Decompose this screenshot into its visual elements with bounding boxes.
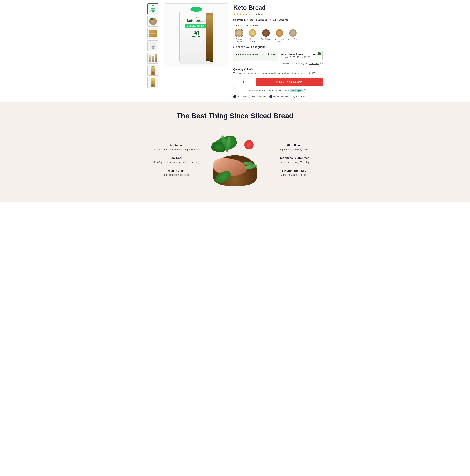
benefits-section: The Best Thing Since Sliced Bread 0g Sug…: [0, 102, 470, 203]
flavor-selector: SeededWheat GoldenWheat Dark Wheat Cinna…: [233, 29, 323, 42]
benefits-content: 0g Sugar No cane sugar, corn syrup, or s…: [151, 128, 319, 192]
guarantee-label-1: 30 Day Money Back Guarantee!: [237, 96, 266, 98]
guarantee-check-2: ✓: [269, 95, 272, 98]
benefit-lowcarb: Low Carb Up to 5g carbs per serving, and…: [151, 156, 201, 164]
flavor-circle-cinnamon[interactable]: [275, 29, 284, 37]
bag-carbs-value: 0g: [194, 30, 199, 35]
thumbnail-2[interactable]: [147, 16, 158, 27]
shipping-info: Your order will ship in full as soon as …: [233, 72, 323, 75]
bullet-dot-2: [270, 19, 271, 20]
bullet-sugar: Up To 2g Sugar: [250, 18, 269, 21]
frequency-selector: One-time Purchase $11.99 ✓ Subscribe and…: [233, 51, 323, 61]
product-bullets: 6g Protein Up To 2g Sugar 0g Net Carbs: [233, 18, 323, 21]
bag-flavor-label: SEEDED WHEAT: [185, 24, 208, 28]
flavor-circle-golden[interactable]: [248, 29, 257, 37]
freq-check-icon: ✓: [318, 52, 321, 55]
thumbnail-3[interactable]: [147, 28, 158, 39]
freq-one-time-price: $11.99: [268, 53, 275, 56]
thumbnail-list: ketobread SEEDEDWHEAT 0g net carbs: [147, 3, 159, 98]
freq-one-time-title: One-time Purchase: [236, 53, 258, 56]
bag-brand-name: keto bread: [187, 19, 206, 23]
quantity-label: Quantity (1 loaf): [233, 68, 323, 70]
benefit-freshness: Freshness Guaranteed Loaves baked every …: [269, 156, 319, 164]
benefit-fiber-title: High Fiber: [269, 144, 319, 147]
review-count[interactable]: 2155 reviews: [249, 13, 263, 16]
flavor-golden-wheat[interactable]: GoldenWheat: [247, 29, 258, 42]
bag-body: kiss my keto keto bread SEEDED WHEAT 0g …: [179, 11, 213, 64]
rating-row: ★★★★★ 2155 reviews: [233, 13, 323, 16]
flavor-swatch-dark: [262, 29, 270, 37]
afterpay-badge[interactable]: afterpay◇: [290, 89, 303, 92]
thumbnail-6[interactable]: ketobread: [147, 65, 158, 76]
benefit-fiber-desc: 0g net carbs in every slice: [269, 148, 319, 152]
flavor-dark-wheat[interactable]: Dark Wheat: [260, 29, 272, 42]
no-commitment-text: No commitment. Cancel Anytime. Learn Mor…: [233, 62, 323, 65]
quantity-increase-button[interactable]: +: [247, 78, 254, 86]
freq-subscribe-title: Subscribe and save: [281, 53, 303, 56]
flavor-seeded-wheat[interactable]: SeededWheat: [233, 29, 245, 42]
guarantee-label-2: Orders Dispatched Daily at 2pm PST: [273, 96, 306, 98]
product-title: Keto Bread: [233, 4, 323, 11]
cart-row: − 1 + $11.99 - Add To Cart: [233, 78, 323, 87]
benefit-fiber: High Fiber 0g net carbs in every slice: [269, 144, 319, 152]
benefit-sugar-desc: No cane sugar, corn syrup, or sugar alco…: [151, 148, 201, 152]
freq-subscribe-save: You save: $1.20 ( 10 % ) $11.99: [281, 56, 320, 58]
thumbnail-5[interactable]: [147, 52, 158, 64]
sandwich-image: [208, 128, 262, 192]
bullet-protein: 6g Protein: [233, 18, 246, 21]
benefit-shelf-life: 6 Month Shelf Life Just Freeze and Defro…: [269, 169, 319, 177]
guarantee-row: ✓ 30 Day Money Back Guarantee! ✓ Orders …: [233, 95, 323, 98]
flavor-circle-dark[interactable]: [262, 29, 270, 37]
bullet-carbs: 0g Net Carbs: [273, 18, 289, 21]
benefit-shelflife-title: 6 Month Shelf Life: [269, 169, 319, 172]
flavor-cinnamon-raisin[interactable]: CinnamonRaisin: [274, 29, 285, 42]
quantity-decrease-button[interactable]: −: [233, 78, 240, 86]
flavor-label-golden: GoldenWheat: [249, 38, 255, 42]
afterpay-row: or 4 interest-free payments of $3.00 wit…: [233, 89, 323, 92]
flavor-swatch-cinnamon: [276, 29, 283, 37]
benefit-lowcarb-desc: Up to 5g carbs per serving, and keto fri…: [151, 161, 201, 164]
flavor-label-seeded: SeededWheat: [236, 38, 242, 42]
thumbnail-4[interactable]: NutritionFacts─────CaloriesCarbsProtein: [147, 40, 158, 51]
flavor-label-cinnamon: CinnamonRaisin: [275, 38, 284, 42]
freq-subscribe[interactable]: ✓ Subscribe and save $10.79 You save: $1…: [278, 51, 323, 61]
benefit-protein: High Protein Up to 6g protein per slice.: [151, 169, 201, 177]
quantity-stepper: − 1 +: [233, 78, 254, 87]
freq-original-price: $11.99: [304, 56, 310, 58]
benefits-title: The Best Thing Since Sliced Bread: [7, 112, 463, 120]
flavor-label-variety: Variety Pack: [288, 38, 298, 40]
flavor-circle-seeded[interactable]: [235, 29, 243, 37]
benefit-freshness-title: Freshness Guaranteed: [269, 156, 319, 160]
bag-carbs-label: net carbs: [192, 35, 200, 37]
star-rating[interactable]: ★★★★★: [233, 13, 248, 16]
quantity-value: 1: [240, 81, 247, 84]
bread-bag-visual: kiss my keto keto bread SEEDED WHEAT 0g …: [178, 7, 215, 64]
add-to-cart-button[interactable]: $11.99 - Add To Cart: [256, 78, 323, 86]
bag-tie: [190, 7, 202, 12]
flavor-circle-variety[interactable]: [289, 29, 297, 37]
benefit-protein-desc: Up to 6g protein per slice.: [151, 173, 201, 177]
freq-one-time[interactable]: One-time Purchase $11.99: [233, 51, 278, 61]
flavor-swatch-variety: [289, 29, 297, 37]
no-commit-info-icon[interactable]: ⓘ: [320, 62, 323, 65]
benefit-shelflife-desc: Just Freeze and Defrost: [269, 173, 319, 177]
benefits-right-column: High Fiber 0g net carbs in every slice F…: [269, 144, 319, 177]
flavor-swatch-golden: [249, 29, 256, 37]
benefit-sugar: 0g Sugar No cane sugar, corn syrup, or s…: [151, 144, 201, 152]
benefits-left-column: 0g Sugar No cane sugar, corn syrup, or s…: [151, 144, 201, 177]
thumbnail-7[interactable]: ketobread: [147, 77, 158, 88]
thumbnail-1[interactable]: ketobread SEEDEDWHEAT 0g net carbs: [147, 3, 158, 14]
product-section: ketobread SEEDEDWHEAT 0g net carbs: [142, 0, 328, 102]
bag-logo: kiss my keto: [193, 14, 200, 18]
product-info-panel: Keto Bread ★★★★★ 2155 reviews 6g Protein…: [233, 3, 323, 98]
afterpay-text: or 4 interest-free payments of $3.00 wit…: [249, 89, 289, 92]
flavor-swatch-seeded: [235, 29, 243, 37]
flavor-variety-pack[interactable]: Variety Pack: [287, 29, 299, 42]
guarantee-dispatch: ✓ Orders Dispatched Daily at 2pm PST: [269, 95, 306, 98]
guarantee-check-1: ✓: [233, 95, 236, 98]
frequency-section-label: 2. SELECT YOUR FREQUENCY: [233, 46, 323, 49]
benefit-protein-title: High Protein: [151, 169, 201, 172]
learn-more-link[interactable]: Learn More: [309, 62, 319, 65]
afterpay-info-icon[interactable]: ⓘ: [304, 89, 306, 92]
bullet-dot-1: [247, 19, 248, 20]
